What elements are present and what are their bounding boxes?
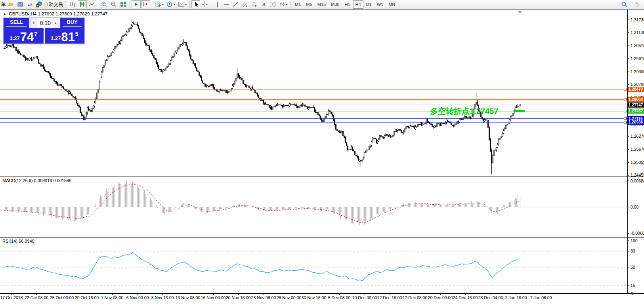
svg-text:8 Nov 16:00: 8 Nov 16:00	[151, 295, 174, 300]
macd-pane	[0, 180, 627, 225]
svg-text:T: T	[272, 3, 274, 7]
timeframe-m5[interactable]: M5	[304, 0, 314, 9]
signal-icon[interactable]	[25, 0, 34, 8]
svg-text:A: A	[262, 2, 266, 8]
dropdown-arrow-icon: ▾	[286, 3, 287, 6]
chart-canvas[interactable]: 多空转折点1.274571.317301.311301.305151.29915…	[0, 0, 644, 304]
line-handle	[624, 88, 627, 91]
search-icon[interactable]	[620, 0, 629, 8]
annotation-segment	[514, 110, 525, 112]
svg-text:29 Oct 16:00: 29 Oct 16:00	[75, 295, 99, 300]
svg-text:1.30515: 1.30515	[631, 43, 644, 48]
rsi-label: RSI(14) 66.0940	[2, 239, 34, 243]
sell-price[interactable]: 1.27747	[4, 28, 44, 44]
svg-text:22 Oct 08:00: 22 Oct 08:00	[25, 295, 48, 300]
toolbar-separator	[211, 1, 211, 8]
toolbar-separator	[130, 1, 130, 8]
svg-text:100: 100	[631, 238, 638, 243]
timeframe-h1[interactable]: H1	[342, 0, 352, 9]
svg-text:-0.00689: -0.00689	[631, 231, 644, 236]
chat-icon[interactable]	[631, 0, 641, 8]
crosshair-button[interactable]	[201, 0, 209, 8]
svg-text:20 Dec 00:00: 20 Dec 00:00	[428, 295, 453, 300]
volume-input[interactable]	[37, 18, 52, 28]
timeframe-m15[interactable]: M15	[315, 0, 328, 9]
line-handle	[624, 98, 627, 101]
timeframe-w1[interactable]: W1	[375, 0, 386, 9]
toolbar-grip	[290, 1, 290, 8]
auto-scroll-icon[interactable]	[132, 0, 141, 8]
svg-text:50: 50	[631, 265, 635, 270]
svg-text:1.29300: 1.29300	[631, 69, 644, 74]
indicators-button[interactable]: ▾	[154, 0, 165, 8]
candlestick-chart-icon[interactable]	[78, 0, 87, 8]
cursor-button[interactable]	[191, 0, 200, 8]
svg-text:25 Oct 00:00: 25 Oct 00:00	[50, 295, 74, 300]
svg-text:0.006844: 0.006844	[631, 179, 644, 183]
toolbar-separator	[189, 1, 190, 8]
volume-increase-button[interactable]: ▲	[52, 18, 59, 28]
svg-text:16 Nov 00:00: 16 Nov 00:00	[201, 295, 226, 300]
text-label-tool[interactable]: T	[268, 0, 277, 8]
chart-title-text: GBPUSD-,H4 1.27692 1.27809 1.27629 1.277…	[9, 11, 107, 16]
timeframe-m1[interactable]: M1	[292, 0, 303, 9]
horizontal-line-tool[interactable]	[222, 0, 231, 8]
svg-text:17 Dec 08:00: 17 Dec 08:00	[403, 295, 428, 300]
svg-text:1.26936: 1.26936	[629, 120, 643, 124]
periods-button[interactable]: ▾	[165, 0, 176, 8]
channel-tool[interactable]: E	[240, 0, 249, 8]
buy-button[interactable]: BUY	[60, 18, 84, 28]
timeframe-mn[interactable]: MN	[386, 0, 397, 9]
svg-text:15: 15	[631, 283, 635, 288]
volume-decrease-button[interactable]: ▼	[31, 18, 37, 28]
fibonacci-tool[interactable]: F	[250, 0, 259, 8]
timeframe-h4[interactable]: H4	[353, 0, 363, 9]
sell-button[interactable]: SELL	[4, 18, 29, 28]
price-axis[interactable]: 1.317301.311301.305151.299151.293001.287…	[627, 17, 644, 296]
chart-shift-marker	[518, 11, 522, 13]
time-axis[interactable]: 17 Oct 201822 Oct 08:0025 Oct 00:0029 Oc…	[0, 293, 552, 300]
svg-text:80: 80	[631, 249, 635, 253]
auto-trading-label: 自动交易	[44, 1, 63, 8]
line-handle	[624, 117, 627, 120]
new-order-icon[interactable]	[6, 0, 15, 8]
svg-text:1.27747: 1.27747	[629, 103, 643, 107]
zoom-out-icon[interactable]	[109, 0, 118, 8]
buy-price[interactable]: 1.27815	[45, 28, 85, 44]
svg-text:F: F	[255, 5, 257, 8]
svg-text:30 Nov 16:00: 30 Nov 16:00	[302, 295, 327, 300]
chart-ohlc-header: ▲ GBPUSD-,H4 1.27692 1.27809 1.27629 1.2…	[3, 11, 107, 16]
svg-text:20 Nov 16:00: 20 Nov 16:00	[226, 295, 251, 300]
mt4-terminal: 单 自动交易 ▾ ▾ ▾ E F A T ▾ M1	[0, 0, 644, 304]
volume-control: ▼ ▲	[30, 18, 59, 28]
bar-chart-icon[interactable]	[68, 0, 77, 8]
timeframe-d1[interactable]: D1	[364, 0, 374, 9]
one-click-trading-panel: SELL ▼ ▲ BUY 1.27747 1.27815	[3, 17, 85, 44]
collapse-panel-icon[interactable]: ▲	[3, 12, 6, 16]
svg-text:6 Nov 00:00: 6 Nov 00:00	[126, 295, 149, 300]
cut-off-button-label[interactable]: 单	[1, 1, 6, 8]
svg-text:17 Oct 2018: 17 Oct 2018	[0, 295, 23, 300]
templates-button[interactable]: ▾	[177, 0, 188, 8]
svg-text:1.28479: 1.28479	[629, 87, 643, 91]
svg-text:0.00: 0.00	[631, 205, 639, 209]
text-tool[interactable]: A	[259, 0, 268, 8]
chart-profile-icon[interactable]	[16, 0, 25, 8]
auto-trading-button[interactable]: 自动交易	[35, 0, 64, 8]
vertical-line-tool[interactable]	[213, 0, 222, 8]
svg-text:1.29915: 1.29915	[631, 56, 644, 61]
tile-windows-icon[interactable]	[119, 0, 128, 8]
dropdown-arrow-icon: ▾	[162, 3, 164, 6]
chart-shift-icon[interactable]	[141, 0, 150, 8]
svg-text:23 Nov 08:00: 23 Nov 08:00	[251, 295, 276, 300]
timeframe-m30[interactable]: M30	[329, 0, 342, 9]
trendline-tool[interactable]	[231, 0, 240, 8]
arrows-tool[interactable]: ▾	[278, 0, 289, 8]
svg-text:24 Dec 16:00: 24 Dec 16:00	[453, 295, 478, 300]
svg-text:1.28700: 1.28700	[631, 82, 644, 87]
chart-frame	[0, 10, 644, 294]
line-chart-icon[interactable]	[87, 0, 96, 8]
toolbar-separator	[98, 1, 98, 8]
zoom-in-icon[interactable]	[100, 0, 109, 8]
svg-text:13 Nov 08:00: 13 Nov 08:00	[176, 295, 201, 300]
